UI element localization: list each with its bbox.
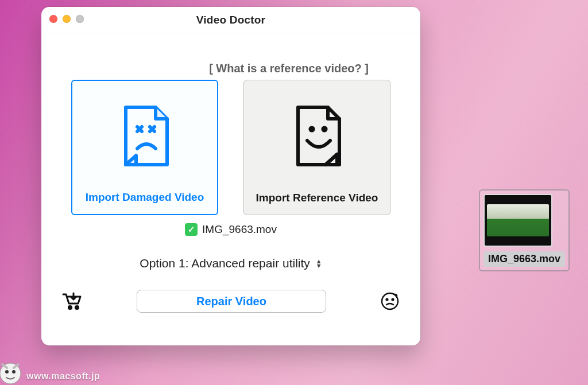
desktop-file-IMG_9663[interactable]: IMG_9663.mov: [479, 189, 565, 271]
option-select[interactable]: Option 1: Advanced repair utility ▲▼: [140, 256, 322, 270]
footer: Repair Video: [41, 282, 420, 325]
repair-button[interactable]: Repair Video: [137, 290, 326, 313]
mascot-icon: [0, 356, 26, 385]
svg-point-10: [12, 370, 16, 374]
watermark: www.macsoft.jp: [26, 371, 100, 382]
app-window: Video Doctor [ What is a reference video…: [41, 7, 420, 345]
svg-point-9: [5, 370, 9, 374]
svg-point-6: [392, 299, 394, 301]
svg-point-4: [382, 293, 398, 309]
import-damaged-label: Import Damaged Video: [86, 191, 204, 204]
close-button[interactable]: [49, 15, 57, 23]
updown-stepper-icon: ▲▼: [316, 259, 322, 268]
damaged-file-icon: [118, 81, 172, 191]
svg-point-3: [75, 306, 78, 309]
dropzone-row: Import Damaged Video Import Reference Vi: [68, 80, 394, 215]
shopping-cart-icon[interactable]: [62, 292, 83, 310]
reference-hint-link[interactable]: [ What is a reference video? ]: [209, 62, 369, 75]
traffic-lights: [49, 15, 84, 23]
happy-file-icon: [290, 80, 344, 192]
thumbnail-frame: [487, 204, 549, 236]
file-selection-highlight: IMG_9663.mov: [479, 189, 570, 271]
option-label: Option 1: Advanced repair utility: [140, 256, 310, 270]
minimize-button[interactable]: [63, 15, 71, 23]
imported-filename: IMG_9663.mov: [202, 223, 277, 236]
window-title: Video Doctor: [196, 14, 265, 26]
confused-face-icon[interactable]: [380, 291, 400, 311]
file-label: IMG_9663.mov: [483, 251, 565, 267]
imported-file-row: ✓ IMG_9663.mov: [68, 223, 394, 236]
titlebar[interactable]: Video Doctor: [41, 7, 420, 33]
import-reference-dropzone[interactable]: Import Reference Video: [243, 80, 390, 215]
svg-point-1: [323, 127, 326, 130]
svg-point-7: [397, 298, 398, 299]
svg-point-5: [386, 299, 388, 301]
video-thumbnail: [483, 194, 552, 247]
check-icon: ✓: [185, 223, 198, 236]
content-area: [ What is a reference video? ] Import Da…: [41, 33, 420, 282]
import-reference-label: Import Reference Video: [256, 192, 378, 204]
maximize-button[interactable]: [76, 15, 84, 23]
import-damaged-dropzone[interactable]: Import Damaged Video: [71, 80, 218, 215]
svg-point-0: [310, 127, 313, 130]
svg-point-2: [68, 306, 71, 309]
